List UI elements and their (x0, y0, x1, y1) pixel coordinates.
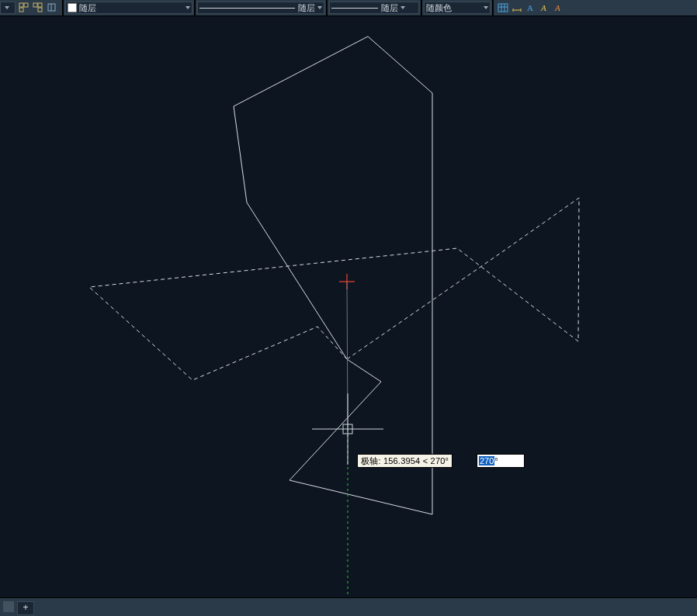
tooltip-sep: < (423, 456, 428, 465)
block-icon-3[interactable] (46, 2, 58, 14)
block-icon-2[interactable] (32, 2, 44, 14)
layer-color-dropdown[interactable]: 随层 (65, 2, 192, 14)
svg-text:A: A (554, 3, 560, 12)
color-swatch (68, 3, 77, 12)
tooltip-distance: 156.3954 (383, 456, 420, 465)
dimension-icon[interactable] (511, 2, 523, 14)
text-a-icon-3[interactable]: A (553, 2, 565, 14)
chevron-down-icon (317, 6, 322, 9)
linetype-dropdown[interactable]: 随层 (197, 2, 324, 14)
add-layout-tab[interactable]: + (17, 601, 34, 615)
top-toolbar: 随层 随层 随层 随颜色 A A A (0, 0, 697, 16)
dynamic-input[interactable]: 270° (477, 454, 525, 468)
tooltip-angle: 270° (431, 456, 449, 465)
canvas-svg (0, 16, 697, 597)
text-a-icon-2[interactable]: A (539, 2, 551, 14)
lineweight-label: 随层 (381, 2, 398, 14)
linetype-label: 随层 (298, 2, 315, 14)
input-selected-text: 270 (479, 456, 494, 465)
svg-rect-2 (19, 8, 23, 12)
svg-rect-4 (38, 3, 42, 7)
layout-tabstrip: + (0, 597, 697, 616)
input-suffix: ° (494, 456, 498, 465)
svg-rect-8 (498, 4, 508, 12)
svg-rect-1 (24, 3, 28, 7)
block-icon-1[interactable] (18, 2, 30, 14)
text-a-icon-1[interactable]: A (525, 2, 537, 14)
chevron-down-icon (186, 6, 190, 9)
lineweight-dropdown[interactable]: 随层 (329, 2, 419, 14)
color-dropdown[interactable]: 随颜色 (424, 2, 491, 14)
svg-text:A: A (540, 3, 546, 12)
linetype-preview (199, 8, 295, 9)
chevron-down-icon (484, 6, 488, 9)
chevron-down-icon (401, 6, 405, 9)
ghost-polygon (89, 198, 579, 380)
svg-rect-3 (33, 3, 37, 7)
svg-rect-0 (19, 3, 23, 7)
lineweight-preview (331, 8, 378, 9)
unknown-dropdown[interactable] (0, 2, 16, 14)
table-icon[interactable] (497, 2, 509, 14)
polar-tooltip: 极轴: 156.3954 < 270° (357, 454, 453, 468)
drawing-canvas[interactable]: 极轴: 156.3954 < 270° 270° (0, 16, 697, 597)
solid-polygon (234, 36, 432, 514)
chevron-down-icon (5, 6, 9, 9)
color-label: 随颜色 (426, 2, 481, 14)
block-icons-group (18, 2, 58, 14)
svg-rect-5 (38, 8, 42, 12)
svg-text:A: A (527, 3, 533, 12)
layer-color-label: 随层 (79, 2, 183, 14)
tooltip-prefix: 极轴: (361, 456, 381, 465)
tabstrip-handle[interactable] (3, 601, 14, 612)
annotation-icons-group: A A A (497, 2, 565, 14)
